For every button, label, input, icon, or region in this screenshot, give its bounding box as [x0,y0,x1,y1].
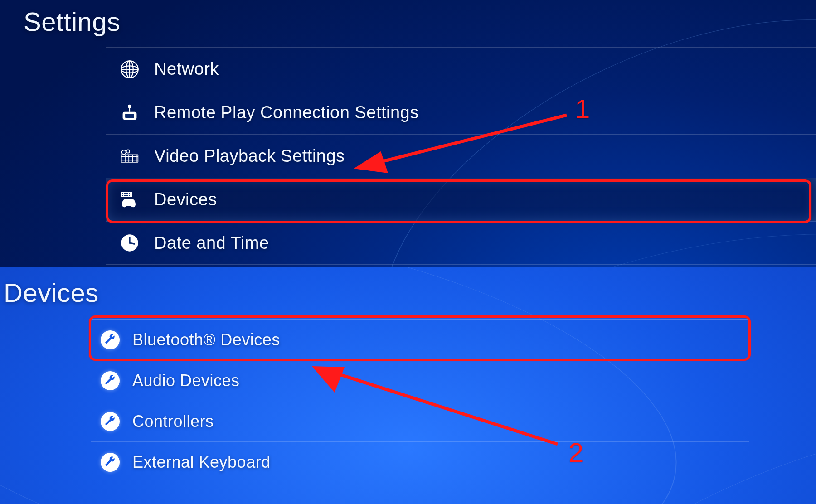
devices-item-label: Bluetooth® Devices [132,330,280,349]
page-title-settings: Settings [24,6,121,37]
svg-rect-26 [129,195,130,196]
wrench-icon [101,453,120,472]
devices-item-label: Audio Devices [132,371,240,390]
settings-item-label: Video Playback Settings [154,146,345,166]
svg-point-5 [128,104,131,108]
devices-menu: Bluetooth® Devices Audio Devices C [91,319,749,482]
settings-item-network[interactable]: Network [106,47,816,91]
settings-menu: Network Remote Play Connection Settings [106,47,816,265]
settings-item-label: Network [154,59,219,79]
wrench-icon [101,412,120,431]
svg-rect-23 [122,195,123,196]
svg-rect-8 [125,114,134,118]
svg-rect-25 [126,195,128,196]
devices-item-audio[interactable]: Audio Devices [91,360,749,401]
devices-icon [120,190,140,210]
svg-rect-22 [129,193,130,194]
svg-rect-24 [124,195,126,196]
settings-item-remote-play[interactable]: Remote Play Connection Settings [106,91,816,134]
devices-item-label: External Keyboard [132,453,271,472]
svg-rect-20 [124,193,126,194]
devices-item-external-keyboard[interactable]: External Keyboard [91,441,749,482]
svg-line-29 [130,243,134,244]
svg-rect-11 [121,155,138,162]
svg-rect-21 [126,193,128,194]
wrench-icon [101,330,120,349]
svg-point-9 [122,150,126,154]
settings-item-label: Devices [154,190,217,209]
clock-icon [120,233,140,253]
devices-screen: Devices Bluetooth® Devices Audio De [0,267,816,504]
settings-item-label: Date and Time [154,233,269,253]
wrench-icon [101,371,120,390]
svg-rect-19 [122,193,123,194]
settings-item-video-playback[interactable]: Video Playback Settings [106,134,816,178]
settings-screen: Settings Network [0,0,816,267]
settings-item-devices[interactable]: Devices [106,178,816,221]
page-title-devices: Devices [4,277,99,308]
svg-point-10 [126,150,130,153]
svg-rect-18 [121,192,132,197]
devices-item-label: Controllers [132,412,214,431]
remote-play-icon [120,103,140,123]
devices-item-controllers[interactable]: Controllers [91,401,749,441]
settings-item-label: Remote Play Connection Settings [154,103,419,122]
devices-item-bluetooth[interactable]: Bluetooth® Devices [91,319,749,360]
film-icon [120,146,140,166]
globe-icon [120,59,140,79]
settings-item-date-time[interactable]: Date and Time [106,221,816,265]
